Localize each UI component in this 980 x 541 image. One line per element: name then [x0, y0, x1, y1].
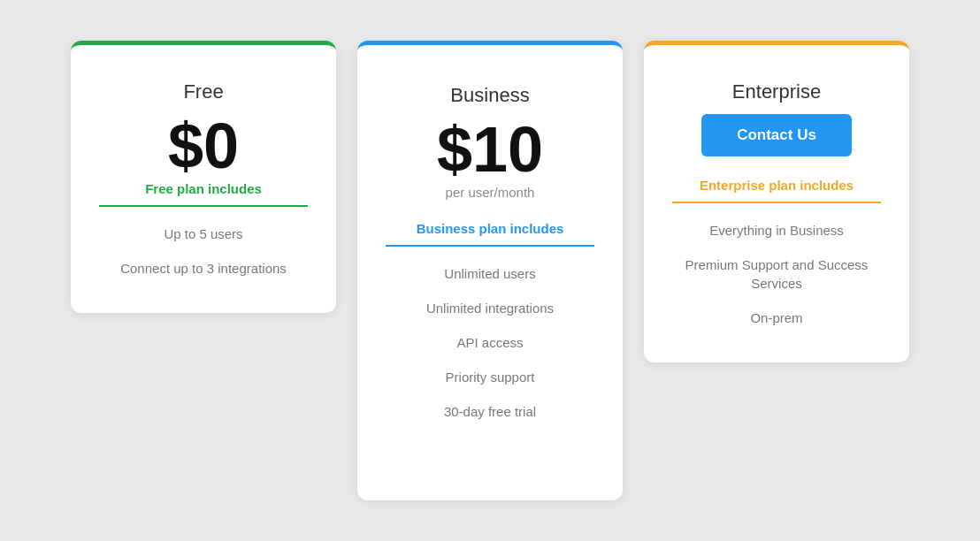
plan-name-free: Free	[99, 80, 308, 103]
plan-features-business: Unlimited usersUnlimited integrationsAPI…	[386, 264, 594, 421]
plan-price-free: $0	[99, 114, 308, 178]
plan-includes-enterprise: Enterprise plan includes	[672, 178, 881, 203]
plan-card-free: Free$0Free plan includesUp to 5 usersCon…	[71, 41, 336, 313]
list-item: Premium Support and Success Services	[672, 255, 881, 293]
plan-price-business: $10	[386, 118, 594, 181]
plan-features-enterprise: Everything in BusinessPremium Support an…	[672, 221, 881, 327]
plan-includes-free: Free plan includes	[99, 181, 308, 207]
plan-features-free: Up to 5 usersConnect up to 3 integration…	[99, 225, 308, 278]
plan-name-business: Business	[386, 84, 594, 107]
plan-includes-business: Business plan includes	[386, 221, 594, 247]
contact-us-button[interactable]: Contact Us	[701, 114, 852, 156]
list-item: Everything in Business	[672, 221, 881, 240]
list-item: Unlimited integrations	[386, 299, 594, 317]
plan-card-enterprise: EnterpriseContact UsEnterprise plan incl…	[644, 41, 909, 362]
plan-card-business: Business$10per user/monthBusiness plan i…	[357, 41, 623, 500]
plan-name-enterprise: Enterprise	[672, 80, 881, 103]
plan-price-sub-business: per user/month	[386, 185, 594, 200]
list-item: API access	[386, 333, 594, 352]
list-item: On-prem	[672, 309, 881, 327]
list-item: Unlimited users	[386, 264, 594, 283]
list-item: Up to 5 users	[99, 225, 308, 243]
pricing-container: Free$0Free plan includesUp to 5 usersCon…	[18, 5, 962, 536]
list-item: Connect up to 3 integrations	[99, 259, 308, 278]
list-item: Priority support	[386, 368, 594, 386]
list-item: 30-day free trial	[386, 402, 594, 421]
